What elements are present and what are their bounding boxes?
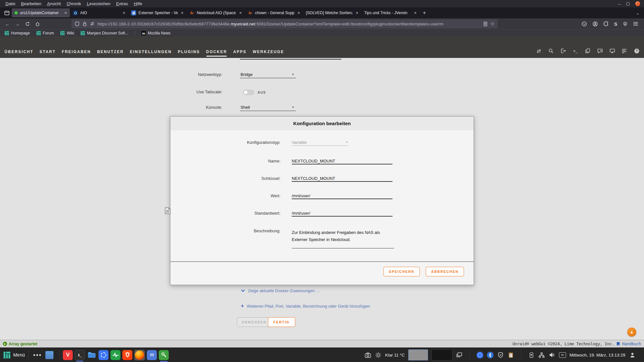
search-icon[interactable] [548, 48, 554, 54]
bookmark-manjaro-discover[interactable]: Manjaro Discover Soft... [80, 31, 128, 35]
bookmark-homepage[interactable]: Homepage [5, 31, 30, 35]
user-switch-icon[interactable] [629, 352, 636, 358]
menu-extras[interactable]: Extras [113, 1, 131, 6]
nav-freigaben[interactable]: FREIGABEN [62, 50, 91, 54]
logout-icon[interactable] [560, 48, 566, 54]
tailscale-toggle[interactable] [243, 90, 254, 95]
account-icon[interactable] [592, 21, 598, 27]
display-icon[interactable] [609, 48, 615, 54]
tab-close-icon[interactable]: × [238, 11, 243, 15]
files-app[interactable] [87, 350, 97, 360]
show-docker-mappings-link[interactable]: Zeige aktuelle Docker-Zuweisungen ... [241, 288, 319, 293]
pocket-icon[interactable] [582, 21, 587, 27]
nav-einstellungen[interactable]: EINSTELLUNGEN [130, 50, 172, 54]
weather-sun-icon[interactable] [375, 352, 382, 358]
mail-app[interactable]: ✉ [147, 350, 157, 360]
bookmark-star-icon[interactable]: ☆ [490, 21, 495, 27]
bookmark-forum[interactable]: Forum [36, 31, 54, 35]
nav-start[interactable]: START [40, 50, 56, 54]
tab-aio[interactable]: AIO × [70, 8, 128, 17]
network-icon[interactable] [538, 352, 545, 358]
vivaldi-app[interactable]: V [63, 350, 73, 360]
extensions-icon[interactable] [603, 21, 609, 26]
scroll-top-button[interactable]: ▲ [627, 328, 636, 337]
forward-button[interactable]: → [14, 21, 20, 27]
menu-chronik[interactable]: Chronik [64, 1, 84, 6]
copy-icon[interactable] [585, 48, 591, 54]
terminal-icon[interactable]: >_ [573, 48, 578, 54]
presentation-mode-icon[interactable]: zz [559, 352, 566, 358]
weather-text[interactable]: Klar 11 °C [385, 353, 405, 357]
bookmark-wiki[interactable]: Wiki [60, 31, 74, 35]
volume-icon[interactable] [549, 352, 555, 358]
permissions-icon[interactable] [90, 22, 95, 26]
nav-docker[interactable]: DOCKER [206, 50, 227, 54]
tab-update-container[interactable]: urs1/UpdateContainer × [12, 8, 70, 17]
nav-apps[interactable]: APPS [233, 50, 246, 54]
system-monitor-app[interactable] [110, 350, 120, 360]
screenshot-icon[interactable] [365, 352, 371, 358]
menu-bearbeiten[interactable]: Bearbeiten [18, 1, 44, 6]
tab-close-icon[interactable]: × [122, 11, 126, 15]
menu-ansicht[interactable]: Ansicht [44, 1, 64, 6]
s-extension-icon[interactable]: S [614, 21, 617, 27]
back-button[interactable]: ← [5, 21, 10, 27]
tab-close-icon[interactable]: × [63, 11, 68, 15]
nav-plugins[interactable]: PLUGINS [178, 50, 200, 54]
apply-button[interactable]: ANWENDEN [237, 317, 271, 327]
add-config-link[interactable]: + Weiteren Pfad, Port, Variable, Bezeich… [241, 303, 370, 309]
manjaro-menu-button[interactable]: Menü [3, 351, 25, 359]
firefox-view-icon[interactable] [2, 9, 12, 17]
manual-link[interactable]: Handbuch [622, 342, 641, 346]
nav-werkzeuge[interactable]: WERKZEUGE [253, 50, 284, 54]
done-button[interactable]: FERTIG [268, 317, 295, 327]
workspace-1[interactable] [408, 349, 428, 360]
ublock-icon[interactable]: UD [623, 21, 628, 26]
description-textarea[interactable]: Zur Einbindung anderer Freigaben des NAS… [292, 229, 390, 243]
cancel-button[interactable]: ABBRECHEN [426, 267, 464, 276]
maximize-button[interactable] [626, 2, 630, 5]
shield-check-icon[interactable] [497, 352, 504, 358]
battery-icon[interactable] [528, 352, 535, 358]
clipboard-icon[interactable] [507, 352, 514, 358]
tab-close-icon[interactable]: × [297, 11, 301, 15]
clock-date[interactable]: Mittwoch, 19. März, 13:13:29 [570, 353, 625, 357]
tab-solved-sortierung[interactable]: [SOLVED] Welche Sortierung lie × [303, 8, 361, 17]
list-all-tabs-icon[interactable]: ⌄ [636, 7, 639, 18]
brave-app[interactable] [122, 350, 132, 360]
workspace-2[interactable] [431, 349, 452, 360]
lock-icon[interactable] [82, 22, 87, 26]
minimize-button[interactable]: – [618, 2, 620, 5]
reader-view-icon[interactable] [483, 22, 488, 26]
signal-app[interactable] [99, 350, 109, 360]
terminal-app[interactable]: $_ [75, 350, 85, 360]
reload-button[interactable] [24, 22, 30, 26]
app-menu-icon[interactable] [633, 22, 638, 26]
show-desktop-button[interactable] [45, 351, 53, 359]
tracking-shield-icon[interactable] [75, 21, 80, 26]
tab-close-icon[interactable]: × [180, 11, 185, 15]
menu-datei[interactable]: Datei [3, 1, 18, 6]
update-loop-icon[interactable] [536, 48, 542, 54]
keepassxc-app[interactable] [159, 350, 169, 360]
home-button[interactable] [34, 22, 40, 26]
url-bar[interactable]: https://192-168-2-10.031b8167c026361f0d5… [71, 19, 498, 28]
close-button[interactable]: × [635, 1, 640, 6]
menu-hilfe[interactable]: Hilfe [131, 1, 145, 6]
tab-nextcloud-aio-forum[interactable]: Nextcloud AIO (SpaceInvade × [186, 8, 245, 17]
url-text[interactable]: https://192-168-2-10.031b8167c026361f0d5… [98, 22, 480, 26]
tab-close-icon[interactable]: × [413, 11, 418, 15]
tab-close-icon[interactable]: × [355, 11, 359, 15]
taskbar-dots-icon[interactable] [33, 354, 41, 356]
save-button[interactable]: SPEICHERN [384, 267, 420, 276]
feedback-icon[interactable] [597, 48, 603, 54]
menu-lesezeichen[interactable]: Lesezeichen [84, 1, 113, 6]
truncated-input-underline[interactable] [240, 56, 341, 60]
tab-externer-speicher[interactable]: Externer Speicher - Verwaltu × [128, 8, 186, 17]
nav-uebersicht[interactable]: ÜBERSICHT [5, 50, 33, 54]
tab-chown-support[interactable]: chown - General Support - U × [245, 8, 303, 17]
firefox-app[interactable] [134, 350, 145, 360]
nav-benutzer[interactable]: BENUTZER [97, 50, 124, 54]
window-switcher-icon[interactable] [456, 352, 463, 358]
help-icon[interactable]: ? [634, 48, 639, 54]
